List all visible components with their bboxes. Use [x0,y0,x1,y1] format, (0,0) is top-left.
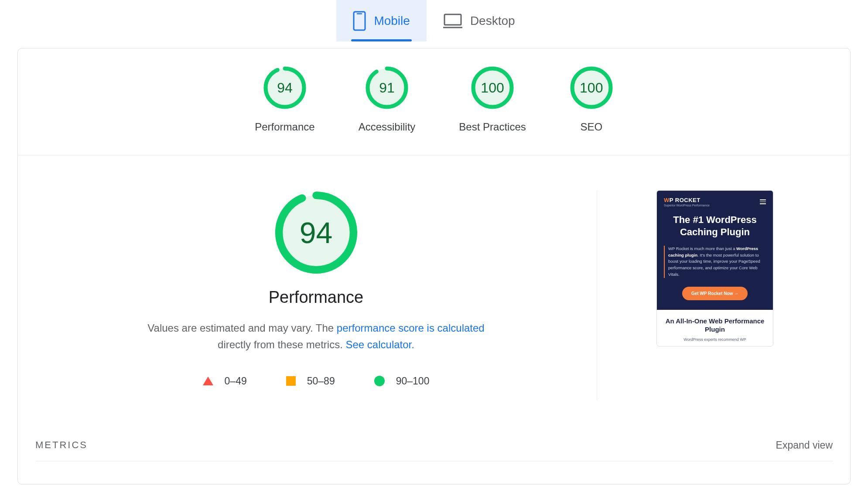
tab-mobile-label: Mobile [374,14,410,28]
preview-hero: WP ROCKET Superior WordPress Performance… [657,191,773,310]
legend-average: 50–89 [286,375,335,387]
tab-mobile[interactable]: Mobile [336,0,426,41]
hamburger-icon [760,199,766,204]
preview-brand: WP ROCKET Superior WordPress Performance [664,197,710,207]
gauge-performance-ring: 94 [263,66,307,110]
legend-fail-range: 0–49 [225,375,247,387]
gauge-accessibility[interactable]: 91 Accessibility [359,66,416,133]
metrics-title: METRICS [35,439,88,451]
gauge-best-practices-score: 100 [471,66,514,110]
square-orange-icon [286,376,296,386]
gauge-best-practices[interactable]: 100 Best Practices [459,66,526,133]
link-see-calculator[interactable]: See calculator. [345,339,414,350]
preview-lower-title: An All-In-One Web Performance Plugin [661,317,769,334]
gauge-seo-ring: 100 [570,66,613,110]
gauge-accessibility-label: Accessibility [359,121,416,133]
gauge-seo-score: 100 [570,66,613,110]
desktop-icon [443,13,462,29]
gauge-performance[interactable]: 94 Performance [255,66,314,133]
preview-body-pre: WP Rocket is much more than just a [668,246,736,251]
preview-lower: An All-In-One Web Performance Plugin Wor… [657,310,773,346]
device-tabs: Mobile Desktop [0,0,868,41]
score-legend: 0–49 50–89 90–100 [203,375,430,387]
site-preview: WP ROCKET Superior WordPress Performance… [656,190,773,346]
preview-body: WP Rocket is much more than just a WordP… [664,246,766,278]
preview-brand-row: WP ROCKET Superior WordPress Performance [664,197,766,207]
performance-section: 94 Performance Values are estimated and … [18,155,850,400]
performance-right: WP ROCKET Superior WordPress Performance… [597,190,833,346]
gauge-seo[interactable]: 100 SEO [570,66,613,133]
mobile-icon [353,11,366,31]
circle-green-icon [374,376,385,386]
tab-desktop-label: Desktop [470,14,515,28]
gauge-best-practices-label: Best Practices [459,121,526,133]
performance-description: Values are estimated and may vary. The p… [146,320,486,353]
performance-big-gauge: 94 [274,190,359,275]
gauge-accessibility-ring: 91 [365,66,409,110]
performance-title: Performance [269,288,364,307]
preview-lower-sub: WordPress experts recommend WP [661,337,769,342]
link-score-calculated[interactable]: performance score is calculated [337,322,485,334]
gauge-performance-score: 94 [263,66,307,110]
tab-desktop[interactable]: Desktop [427,0,532,41]
preview-headline: The #1 WordPress Caching Plugin [664,214,766,238]
report-container: 94 Performance 91 Accessibility 100 [17,48,851,484]
svg-rect-2 [444,14,461,25]
performance-left: 94 Performance Values are estimated and … [35,190,597,400]
summary-row: 94 Performance 91 Accessibility 100 [18,66,850,155]
gauge-best-practices-ring: 100 [471,66,514,110]
gauge-accessibility-score: 91 [365,66,409,110]
legend-pass-range: 90–100 [396,375,430,387]
perf-desc-prefix: Values are estimated and may vary. The [147,322,337,334]
performance-big-score: 94 [274,190,359,275]
svg-rect-0 [354,12,365,30]
preview-brand-rest: P ROCKET [670,197,701,203]
triangle-red-icon [203,377,213,385]
gauge-performance-label: Performance [255,121,314,133]
perf-desc-mid: directly from these metrics. [218,339,345,350]
preview-cta: Get WP Rocket Now → [682,287,748,300]
gauge-seo-label: SEO [580,121,602,133]
preview-brand-sub: Superior WordPress Performance [664,204,710,207]
legend-pass: 90–100 [374,375,430,387]
legend-fail: 0–49 [203,375,247,387]
preview-brand-w: W [664,197,670,203]
metrics-header: METRICS Expand view [18,439,850,451]
legend-average-range: 50–89 [307,375,335,387]
metrics-divider [35,461,833,461]
expand-view-button[interactable]: Expand view [776,439,833,451]
